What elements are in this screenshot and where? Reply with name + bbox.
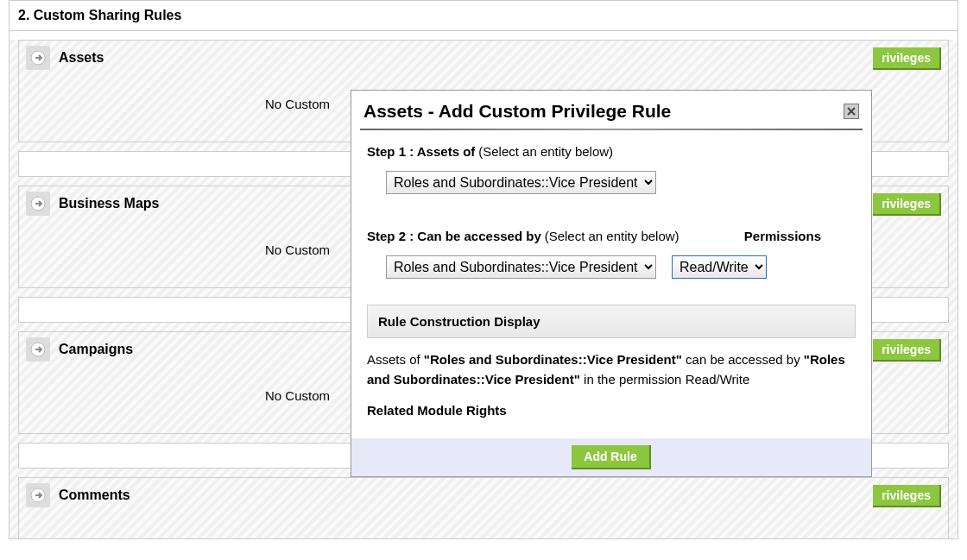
permission-select[interactable]: Read/Write	[672, 255, 767, 279]
step2-select-row: Roles and Subordinates::Vice President R…	[386, 255, 856, 279]
add-privileges-button[interactable]: rivileges	[873, 193, 941, 216]
expand-icon[interactable]	[26, 192, 50, 216]
expand-icon[interactable]	[26, 483, 50, 507]
step1-entity-select[interactable]: Roles and Subordinates::Vice President	[386, 171, 656, 194]
step2-label: Step 2 : Can be accessed by	[367, 229, 541, 243]
step2-hint: (Select an entity below)	[545, 229, 679, 243]
modal-body: Step 1 : Assets of (Select an entity bel…	[351, 144, 871, 438]
module-name: Comments	[59, 488, 130, 503]
step1-select-row: Roles and Subordinates::Vice President	[386, 171, 856, 194]
module-name: Campaigns	[59, 342, 133, 357]
modal-divider	[360, 129, 863, 130]
rule-construction-text: Assets of "Roles and Subordinates::Vice …	[367, 350, 856, 389]
custom-sharing-panel: 2. Custom Sharing Rules rivileges Assets…	[9, 0, 958, 539]
expand-icon[interactable]	[26, 46, 50, 70]
modal-header: Assets - Add Custom Privilege Rule	[351, 91, 871, 129]
step1-label: Step 1 : Assets of	[367, 144, 475, 159]
add-privileges-button[interactable]: rivileges	[873, 485, 941, 507]
modal-footer: Add Rule	[351, 438, 871, 476]
module-header: Comments	[19, 478, 948, 513]
module-name: Business Maps	[59, 196, 159, 211]
panel-title: 2. Custom Sharing Rules	[9, 1, 958, 31]
step2-row: Step 2 : Can be accessed by (Select an e…	[367, 229, 856, 243]
related-module-rights-label: Related Module Rights	[367, 403, 856, 418]
module-header: Assets	[19, 41, 948, 75]
permissions-label: Permissions	[744, 229, 821, 243]
expand-icon[interactable]	[26, 337, 50, 362]
add-privilege-rule-modal: Assets - Add Custom Privilege Rule Step …	[351, 90, 872, 477]
rule-display-header: Rule Construction Display	[367, 305, 856, 338]
add-privileges-button[interactable]: rivileges	[873, 339, 941, 362]
add-privileges-button[interactable]: rivileges	[873, 47, 941, 70]
modules-list: rivileges Assets No Custom rivileges Bus…	[9, 40, 958, 538]
module-name: Assets	[59, 50, 104, 66]
module-block: rivileges Comments	[18, 477, 949, 538]
step1-hint: (Select an entity below)	[478, 144, 613, 159]
module-body	[19, 513, 948, 538]
add-rule-button[interactable]: Add Rule	[572, 445, 650, 469]
step1-row: Step 1 : Assets of (Select an entity bel…	[367, 144, 856, 159]
step2-entity-select[interactable]: Roles and Subordinates::Vice President	[386, 255, 656, 279]
close-icon[interactable]	[844, 104, 859, 119]
modal-title: Assets - Add Custom Privilege Rule	[363, 101, 671, 122]
